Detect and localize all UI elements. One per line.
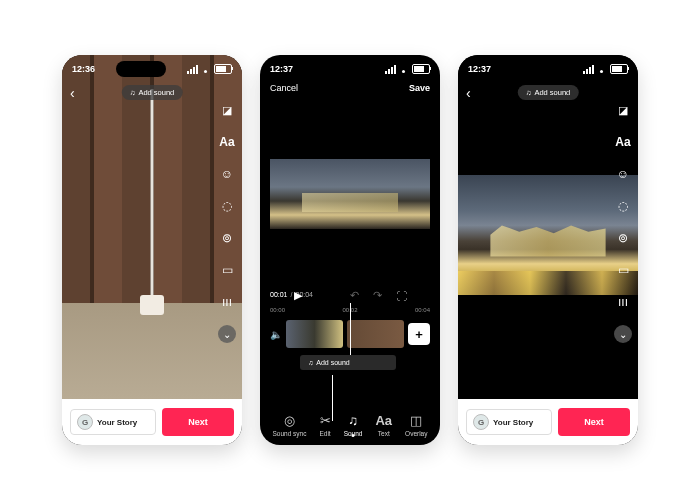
add-sound-track[interactable]: ♫ Add sound [300, 355, 396, 370]
preview-canvas [270, 105, 430, 285]
music-note-icon: ♫ [348, 413, 358, 428]
audio-icon[interactable]: ııı [218, 293, 236, 311]
editor-toolbar: ◎Sound sync ✂Edit ♫Sound AaText ◫Overlay [260, 413, 440, 437]
add-sound-label: Add sound [138, 88, 174, 97]
dynamic-island [512, 61, 562, 77]
story-label: Your Story [493, 418, 533, 427]
story-label: Your Story [97, 418, 137, 427]
stickers-icon[interactable]: ☺ [614, 165, 632, 183]
music-note-icon: ♫ [130, 88, 136, 97]
wifi-icon [399, 65, 409, 73]
your-story-button[interactable]: G Your Story [70, 409, 156, 435]
overlay-icon: ◫ [410, 413, 422, 428]
add-sound-button[interactable]: ♫ Add sound [122, 85, 183, 100]
battery-icon [214, 64, 232, 74]
edit-tool[interactable]: ✂Edit [319, 413, 330, 437]
captions-icon[interactable]: ▭ [218, 261, 236, 279]
scissors-icon: ✂ [320, 413, 331, 428]
filters-icon[interactable]: ⊚ [218, 229, 236, 247]
screen-post-clip1: 12:36 ‹ ♫ Add sound ◪ Aa ☺ ◌ ⊚ ▭ ııı ⌄ G… [62, 55, 242, 445]
side-toolbar: ◪ Aa ☺ ◌ ⊚ ▭ ııı ⌄ [614, 101, 632, 343]
status-bar: 12:37 [458, 61, 638, 77]
stickers-icon[interactable]: ☺ [218, 165, 236, 183]
more-tools-button[interactable]: ⌄ [218, 325, 236, 343]
sound-tool[interactable]: ♫Sound [344, 413, 363, 437]
avatar: G [473, 414, 489, 430]
screen-editor: 12:37 Cancel Save 00:01/00:04 ▶ ↶ ↷ ⛶ 00… [260, 55, 440, 445]
status-bar: 12:37 [260, 61, 440, 77]
add-sound-button[interactable]: ♫ Add sound [518, 85, 579, 100]
back-button[interactable]: ‹ [466, 85, 471, 101]
add-sound-label: Add sound [534, 88, 570, 97]
bottom-bar: G Your Story Next [458, 399, 638, 445]
dynamic-island [116, 61, 166, 77]
clock: 12:37 [468, 64, 491, 74]
audio-icon[interactable]: ııı [614, 293, 632, 311]
clock: 12:37 [270, 64, 293, 74]
undo-button[interactable]: ↶ [350, 289, 359, 302]
more-tools-button[interactable]: ⌄ [614, 325, 632, 343]
fullscreen-button[interactable]: ⛶ [396, 290, 407, 302]
effects-icon[interactable]: ◌ [614, 197, 632, 215]
add-clip-button[interactable]: + [408, 323, 430, 345]
screen-post-clip2: 12:37 ‹ ♫ Add sound ◪ Aa ☺ ◌ ⊚ ▭ ııı ⌄ G… [458, 55, 638, 445]
text-tool-icon[interactable]: Aa [614, 133, 632, 151]
filters-icon[interactable]: ⊚ [614, 229, 632, 247]
text-tool[interactable]: AaText [375, 413, 392, 437]
cellular-icon [583, 65, 594, 74]
add-sound-label: Add sound [316, 359, 349, 366]
music-note-icon: ♫ [526, 88, 532, 97]
overlay-tool[interactable]: ◫Overlay [405, 413, 427, 437]
flip-icon[interactable]: ◪ [218, 101, 236, 119]
soundsync-tool[interactable]: ◎Sound sync [273, 413, 307, 437]
cellular-icon [187, 65, 198, 74]
battery-icon [610, 64, 628, 74]
captions-icon[interactable]: ▭ [614, 261, 632, 279]
play-button[interactable]: ▶ [294, 289, 302, 302]
flip-icon[interactable]: ◪ [614, 101, 632, 119]
effects-icon[interactable]: ◌ [218, 197, 236, 215]
cancel-button[interactable]: Cancel [270, 83, 298, 93]
cellular-icon [385, 65, 396, 74]
text-tool-icon[interactable]: Aa [218, 133, 236, 151]
your-story-button[interactable]: G Your Story [466, 409, 552, 435]
soundsync-icon: ◎ [284, 413, 295, 428]
wifi-icon [201, 65, 211, 73]
save-button[interactable]: Save [409, 83, 430, 93]
clock: 12:36 [72, 64, 95, 74]
next-button[interactable]: Next [558, 408, 630, 436]
clip-2[interactable] [347, 320, 404, 348]
video-preview [458, 55, 638, 399]
battery-icon [412, 64, 430, 74]
avatar: G [77, 414, 93, 430]
redo-button[interactable]: ↷ [373, 289, 382, 302]
playhead[interactable] [350, 303, 351, 355]
dynamic-island [314, 61, 364, 77]
text-icon: Aa [375, 413, 392, 428]
side-toolbar: ◪ Aa ☺ ◌ ⊚ ▭ ııı ⌄ [218, 101, 236, 343]
music-note-icon: ♫ [308, 359, 313, 366]
wifi-icon [597, 65, 607, 73]
bottom-bar: G Your Story Next [62, 399, 242, 445]
video-preview [62, 55, 242, 399]
back-button[interactable]: ‹ [70, 85, 75, 101]
status-bar: 12:36 [62, 61, 242, 77]
volume-icon[interactable]: 🔈 [270, 329, 282, 340]
next-button[interactable]: Next [162, 408, 234, 436]
clip-1[interactable] [286, 320, 343, 348]
